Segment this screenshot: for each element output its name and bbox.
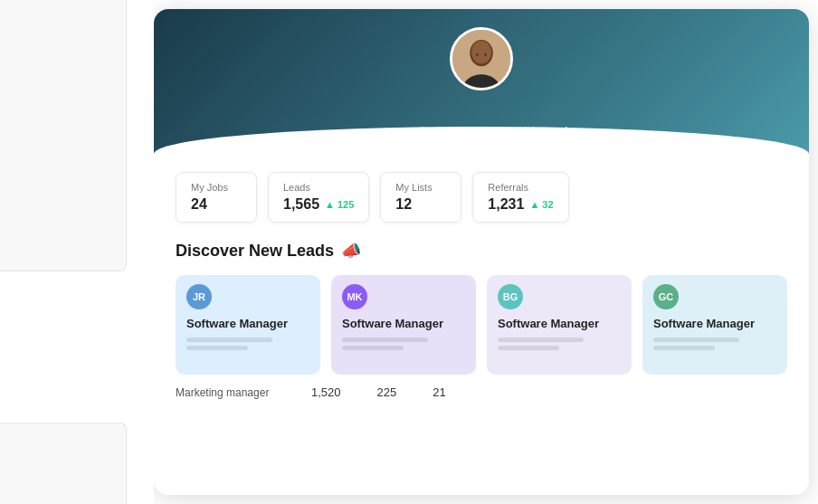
stat-value: 12 (395, 196, 446, 213)
megaphone-icon: 📣 (341, 241, 361, 261)
card-bottom-lines (186, 338, 309, 350)
stat-delta: ▲ 125 (325, 199, 354, 210)
card-avatar: GC (653, 284, 679, 309)
card-title: Software Manager (342, 317, 465, 330)
lead-cards-row: JR Software Manager MK Software Manager (154, 266, 809, 382)
card-avatar: MK (342, 284, 367, 309)
svg-point-4 (476, 53, 479, 56)
card-header: JR (186, 284, 309, 309)
card-bottom-line (653, 346, 715, 350)
card-title: Software Manager (498, 317, 621, 330)
stat-value: 1,565 ▲ 125 (283, 196, 354, 213)
stat-label: My Lists (395, 182, 446, 193)
card-avatar: JR (186, 284, 212, 309)
lead-card[interactable]: GC Software Manager (642, 275, 787, 375)
stat-card: My Lists 12 (380, 172, 461, 223)
card-bottom-line (498, 338, 584, 342)
stat-value: 24 (191, 196, 242, 213)
stat-delta: ▲ 32 (529, 199, 553, 210)
stat-card: Referrals 1,231 ▲ 32 (472, 172, 568, 223)
card-bottom-line (342, 346, 404, 350)
stats-row: My Jobs 24 Leads 1,565 ▲ 125 My Lists 12… (154, 154, 809, 232)
bottom-value-0: 1,520 (311, 385, 341, 399)
stat-value: 1,231 ▲ 32 (488, 196, 553, 213)
card-avatar: BG (498, 284, 523, 309)
card-header: BG (498, 284, 621, 309)
screen-wrapper: Real-Time CRM Dashboard My Jobs 24 Leads… (0, 0, 818, 504)
bottom-label: Marketing manager (176, 386, 275, 399)
card-bottom-line (186, 338, 272, 342)
bottom-data-row: Marketing manager 1,520 225 21 (154, 382, 809, 406)
stat-label: Referrals (488, 182, 553, 193)
lead-card[interactable]: MK Software Manager (331, 275, 476, 375)
card-header: MK (342, 284, 465, 309)
avatar (450, 27, 513, 90)
card-bottom-lines (342, 338, 465, 350)
dashboard-title: Real-Time CRM Dashboard (395, 124, 567, 139)
stat-label: My Jobs (191, 182, 242, 193)
lead-card[interactable]: BG Software Manager (487, 275, 632, 375)
card-bottom-lines (653, 338, 776, 350)
frame-left (0, 0, 154, 504)
card-title: Software Manager (653, 317, 776, 330)
discover-label: Discover New Leads (176, 242, 334, 261)
bottom-value-2: 21 (433, 385, 445, 399)
stat-card: Leads 1,565 ▲ 125 (268, 172, 369, 223)
dashboard-header: Real-Time CRM Dashboard (154, 9, 809, 154)
discover-title: Discover New Leads 📣 (176, 241, 787, 261)
monitor: Real-Time CRM Dashboard My Jobs 24 Leads… (154, 9, 809, 495)
frame-panel-bottom (0, 423, 127, 504)
card-bottom-line (498, 346, 559, 350)
card-bottom-line (186, 346, 248, 350)
bottom-value-1: 225 (377, 385, 397, 399)
lead-card[interactable]: JR Software Manager (176, 275, 320, 375)
frame-panel-top (0, 0, 127, 271)
card-bottom-line (342, 338, 428, 342)
svg-point-3 (471, 41, 491, 64)
stat-label: Leads (283, 182, 354, 193)
card-bottom-line (653, 338, 739, 342)
svg-point-5 (484, 53, 487, 56)
stat-card: My Jobs 24 (176, 172, 257, 223)
card-header: GC (653, 284, 776, 309)
card-bottom-lines (498, 338, 621, 350)
discover-section: Discover New Leads 📣 (154, 232, 809, 266)
card-title: Software Manager (186, 317, 309, 330)
